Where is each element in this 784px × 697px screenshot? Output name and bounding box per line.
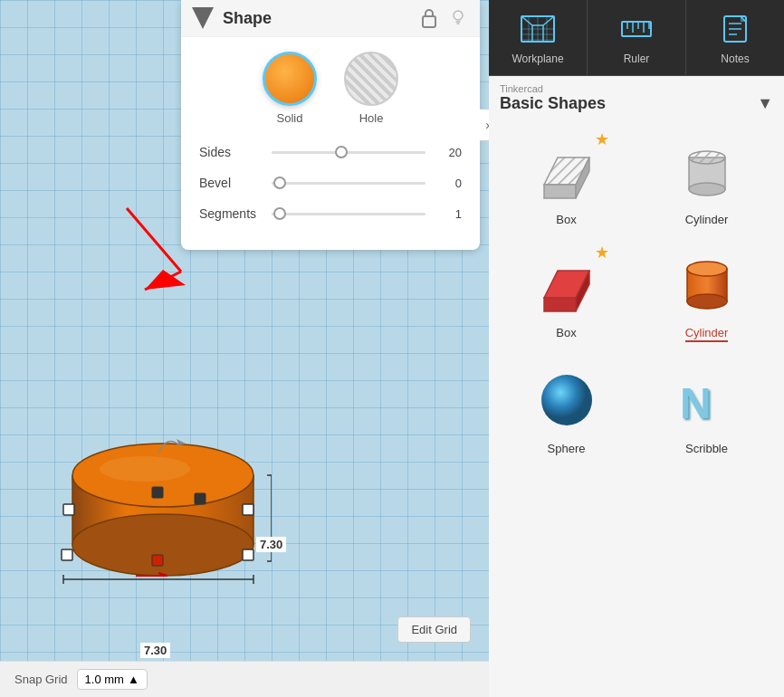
shape-item-cylinder-orange[interactable]: Cylinder — [636, 237, 777, 353]
ruler-icon — [618, 11, 655, 47]
segments-slider[interactable] — [272, 205, 425, 223]
snap-grid-bar: Snap Grid 1.0 mm ▲ — [0, 661, 489, 697]
workplane-button[interactable]: Workplane — [489, 0, 588, 75]
shape-name-cylinder-orange: Cylinder — [685, 326, 729, 342]
canvas-area: Shape — [0, 0, 489, 697]
canvas-object[interactable] — [45, 407, 272, 592]
svg-rect-36 — [622, 22, 651, 36]
svg-rect-12 — [195, 493, 206, 504]
toolbar: Workplane Ruler — [489, 0, 784, 76]
shape-thumbnail-box-red — [531, 248, 603, 320]
bevel-row: Bevel 0 — [199, 174, 462, 192]
shape-item-box-red[interactable]: ★ Box — [496, 237, 636, 353]
panel-title: Shape — [223, 9, 418, 28]
bulb-icon[interactable] — [447, 7, 469, 29]
shape-thumbnail-scribble: N — [671, 364, 743, 436]
sides-label: Sides — [199, 145, 263, 159]
workplane-icon — [520, 11, 556, 47]
shape-name-box-red: Box — [556, 326, 576, 339]
sides-thumb[interactable] — [335, 146, 348, 158]
shape-thumbnail-cylinder-orange — [671, 248, 743, 320]
sides-row: Sides 20 — [199, 143, 462, 161]
svg-point-7 — [100, 456, 190, 482]
segments-label: Segments — [199, 206, 263, 221]
library-header: Tinkercad Basic Shapes ▼ — [489, 76, 784, 117]
ruler-button[interactable]: Ruler — [588, 0, 686, 75]
hole-label: Hole — [359, 111, 384, 125]
hole-preview — [344, 52, 398, 106]
segments-value: 1 — [435, 207, 462, 221]
library-title: Basic Shapes — [500, 94, 606, 113]
shape-item-sphere[interactable]: Sphere — [496, 353, 636, 466]
svg-point-8 — [72, 514, 253, 576]
svg-marker-55 — [544, 298, 576, 311]
workplane-label: Workplane — [512, 53, 563, 65]
lock-icon[interactable] — [418, 7, 440, 29]
svg-rect-10 — [243, 504, 253, 515]
svg-line-25 — [521, 16, 532, 25]
shapes-library: Tinkercad Basic Shapes ▼ ★ — [489, 76, 784, 697]
shapes-grid: ★ Box — [489, 117, 784, 473]
shape-item-box-gray[interactable]: ★ Box — [496, 124, 636, 237]
solid-label: Solid — [277, 111, 303, 125]
snap-grid-value-button[interactable]: 1.0 mm ▲ — [77, 669, 148, 690]
segments-track — [272, 213, 425, 215]
collapse-panel-button[interactable]: › — [480, 109, 489, 141]
type-selector: Solid Hole — [199, 52, 462, 125]
snap-value-text: 1.0 mm — [85, 673, 124, 686]
shape-name-cylinder-gray: Cylinder — [685, 213, 729, 226]
sides-value: 20 — [435, 146, 462, 159]
notes-button[interactable]: Notes — [686, 0, 784, 75]
shape-item-cylinder-gray[interactable]: Cylinder — [636, 124, 777, 237]
snap-grid-label: Snap Grid — [14, 673, 68, 686]
edit-grid-button[interactable]: Edit Grid — [397, 616, 471, 643]
svg-point-4 — [454, 11, 463, 20]
measurement-width: 7.30 — [256, 537, 286, 552]
shape-item-scribble[interactable]: N Scribble — [636, 353, 777, 466]
library-title-row: Basic Shapes ▼ — [500, 94, 773, 113]
shape-name-sphere: Sphere — [548, 442, 586, 455]
notes-icon — [717, 11, 753, 47]
svg-point-60 — [541, 375, 592, 425]
svg-rect-14 — [243, 549, 253, 560]
library-dropdown-icon[interactable]: ▼ — [757, 94, 773, 113]
bevel-thumb[interactable] — [273, 177, 286, 189]
sides-slider[interactable] — [272, 143, 425, 161]
svg-point-58 — [687, 262, 727, 276]
svg-point-53 — [689, 183, 725, 196]
bevel-track — [272, 182, 425, 185]
shape-thumbnail-box-gray — [531, 135, 603, 207]
shape-thumbnail-cylinder-gray — [671, 135, 743, 207]
library-source: Tinkercad — [500, 83, 773, 94]
svg-line-26 — [543, 16, 554, 25]
svg-rect-15 — [152, 555, 163, 566]
solid-option[interactable]: Solid — [263, 52, 317, 125]
sides-fill — [272, 151, 341, 154]
ruler-label: Ruler — [624, 53, 650, 65]
snap-chevron-icon: ▲ — [128, 673, 139, 686]
shape-panel-header: Shape — [181, 0, 480, 37]
hole-option[interactable]: Hole — [344, 52, 398, 125]
cylinder-3d-svg — [45, 407, 272, 588]
segments-row: Segments 1 — [199, 205, 462, 223]
svg-rect-13 — [62, 549, 72, 560]
solid-preview — [263, 52, 317, 106]
shape-name-box-gray: Box — [556, 213, 576, 226]
svg-rect-11 — [152, 487, 163, 498]
panel-icons — [418, 7, 469, 29]
star-badge: ★ — [595, 129, 609, 149]
star-badge-red: ★ — [595, 243, 609, 263]
panel-collapse-icon[interactable] — [192, 7, 214, 29]
shape-thumbnail-sphere — [531, 364, 603, 436]
segments-thumb[interactable] — [273, 207, 286, 220]
svg-point-52 — [689, 151, 725, 164]
sides-track — [272, 151, 425, 154]
bevel-value: 0 — [435, 177, 462, 190]
notes-label: Notes — [721, 53, 749, 65]
measurement-height: 7.30 — [140, 643, 170, 658]
svg-text:N: N — [680, 379, 712, 427]
svg-rect-3 — [423, 16, 435, 27]
bevel-slider[interactable] — [272, 174, 425, 192]
bevel-label: Bevel — [199, 176, 263, 190]
shape-panel: Shape — [181, 0, 480, 250]
